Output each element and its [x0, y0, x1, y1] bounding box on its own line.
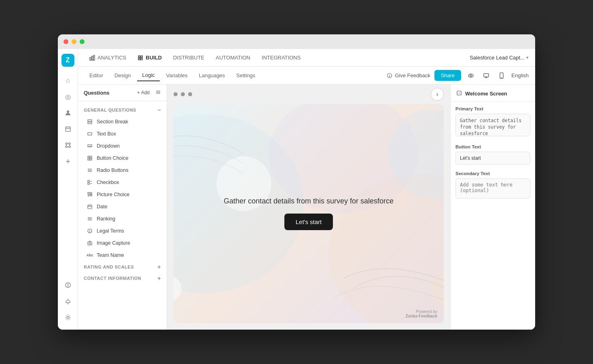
survey-main-text: Gather contact details from this survey … [224, 197, 394, 205]
list-item[interactable]: Checkbox [80, 176, 164, 188]
close-button[interactable] [64, 39, 68, 44]
tab-design[interactable]: Design [110, 70, 136, 81]
primary-text-input[interactable]: Gather contact details from this survey … [455, 114, 530, 136]
svg-point-52 [88, 195, 89, 196]
sidebar-icon-help[interactable] [61, 278, 75, 292]
share-button[interactable]: Share [434, 70, 462, 81]
desktop-icon[interactable] [481, 70, 492, 81]
tab-variables[interactable]: Variables [161, 70, 193, 81]
list-item[interactable]: Button Choice [80, 152, 164, 164]
minimize-button[interactable] [72, 39, 76, 44]
icon-sidebar: Z ⌂ ◎ [58, 49, 78, 330]
list-item[interactable]: Date [80, 201, 164, 213]
sidebar-icon-contacts[interactable]: ◎ [61, 89, 75, 104]
svg-rect-51 [90, 193, 92, 194]
svg-point-0 [67, 110, 69, 113]
svg-rect-37 [88, 133, 92, 135]
svg-rect-46 [88, 180, 89, 182]
questions-panel: Questions + Add GENERAL QUESTIONS [78, 85, 167, 330]
svg-rect-39 [88, 156, 89, 158]
top-nav: ANALYTICS BUILD DISTRIBUTE AUTOMATION IN… [78, 49, 535, 67]
list-item[interactable]: Image Capture [80, 237, 164, 249]
sidebar-icon-add[interactable] [61, 154, 75, 169]
svg-point-6 [69, 143, 70, 144]
team-name-icon: Abc [86, 252, 93, 259]
svg-rect-41 [88, 159, 89, 160]
right-panel: Welcome Screen Primary Text Gather conta… [450, 85, 535, 330]
secondary-text-label: Secondary Text [455, 171, 530, 176]
section-toggle-contact[interactable]: + [157, 275, 161, 281]
maximize-button[interactable] [80, 39, 85, 44]
list-item[interactable]: Ranking [80, 213, 164, 225]
survey-start-button[interactable]: Let's start [284, 214, 333, 230]
svg-point-26 [470, 75, 472, 76]
date-icon [86, 203, 93, 210]
powered-by-text: Powered byZonka Feedback [406, 309, 437, 318]
section-contact-information[interactable]: CONTACT INFORMATION + [78, 273, 167, 284]
section-toggle-rating[interactable]: + [157, 264, 161, 270]
list-item[interactable]: Picture Choice [80, 188, 164, 201]
secondary-text-input[interactable] [455, 178, 530, 199]
section-toggle-general[interactable]: − [157, 107, 161, 113]
section-general-questions[interactable]: GENERAL QUESTIONS − [78, 104, 167, 116]
svg-point-16 [68, 286, 68, 287]
nav-build[interactable]: BUILD [133, 52, 167, 63]
svg-rect-36 [88, 122, 92, 124]
primary-text-label: Primary Text [455, 106, 530, 111]
titlebar [58, 34, 535, 49]
nav-automation[interactable]: AUTOMATION [211, 52, 255, 63]
preview-nav-bar: › [167, 85, 450, 104]
sidebar-icon-settings[interactable] [61, 310, 75, 325]
nav-forward-button[interactable]: › [431, 88, 444, 101]
eye-icon[interactable] [465, 70, 477, 81]
nav-dot-2 [181, 92, 185, 96]
sidebar-icon-calendar[interactable] [61, 122, 75, 136]
list-item[interactable]: Dropdown [80, 140, 164, 152]
dropdown-icon [86, 142, 93, 150]
nav-integrations[interactable]: INTEGRATIONS [257, 52, 306, 63]
list-item[interactable]: Text Box [80, 128, 164, 140]
mobile-icon[interactable] [496, 70, 507, 81]
svg-rect-64 [88, 242, 92, 245]
add-question-button[interactable]: + Add [134, 89, 153, 97]
sidebar-icon-notifications[interactable] [61, 294, 75, 309]
list-item[interactable]: Abc Team Name [80, 249, 164, 261]
svg-rect-50 [88, 193, 89, 194]
list-item[interactable]: Legal Terms [80, 225, 164, 237]
tab-settings[interactable]: Settings [231, 70, 260, 81]
button-text-input[interactable] [455, 152, 530, 165]
app-logo[interactable]: Z [61, 54, 74, 67]
section-rating-scales[interactable]: RATING AND SCALES + [78, 261, 167, 273]
ranking-icon [86, 215, 93, 222]
survey-content: Gather contact details from this survey … [174, 104, 444, 323]
questions-title: Questions [84, 90, 110, 96]
sub-nav-actions: Give Feedback Share English [387, 70, 529, 81]
sub-nav: Editor Design Logic Variables Languages … [78, 67, 535, 85]
svg-rect-40 [90, 156, 92, 158]
sidebar-icon-home[interactable]: ⌂ [61, 73, 75, 88]
image-capture-icon [86, 239, 93, 247]
radio-buttons-icon [86, 167, 93, 174]
svg-point-5 [66, 143, 67, 144]
button-choice-icon [86, 154, 93, 162]
give-feedback-button[interactable]: Give Feedback [387, 72, 430, 78]
svg-point-25 [468, 74, 473, 77]
svg-rect-27 [484, 74, 489, 77]
list-item[interactable]: Section Break [80, 116, 164, 128]
nav-analytics[interactable]: ANALYTICS [85, 52, 131, 63]
sidebar-icon-integration[interactable] [61, 138, 75, 152]
reorder-icon[interactable] [155, 89, 161, 96]
nav-distribute[interactable]: DISTRIBUTE [168, 52, 209, 63]
list-item[interactable]: Radio Buttons [80, 164, 164, 176]
svg-rect-42 [90, 159, 92, 160]
tab-editor[interactable]: Editor [85, 70, 108, 81]
survey-canvas: Gather contact details from this survey … [174, 104, 444, 323]
sidebar-icon-user[interactable] [61, 106, 75, 120]
svg-rect-21 [93, 55, 95, 60]
language-selector[interactable]: English [511, 72, 529, 78]
svg-point-8 [69, 146, 70, 148]
survey-title[interactable]: Salesforce Lead Capt... ▾ [470, 55, 529, 61]
button-text-label: Button Text [455, 144, 530, 149]
tab-languages[interactable]: Languages [194, 70, 230, 81]
tab-logic[interactable]: Logic [137, 70, 159, 81]
